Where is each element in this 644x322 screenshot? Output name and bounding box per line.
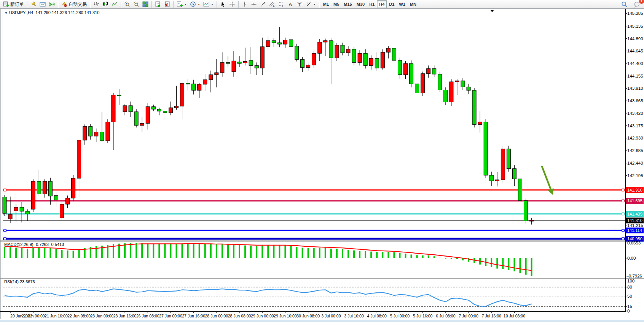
macd-bar [244, 246, 246, 258]
macd-bar [353, 251, 355, 258]
macd-bar [451, 258, 452, 259]
macd-bar [55, 249, 57, 258]
macd-bar [376, 252, 378, 258]
macd-label: MACD(12,26,9) -0.7263 -0.5413 [4, 242, 64, 247]
macd-bar [67, 251, 69, 258]
hline-handle[interactable] [622, 229, 624, 232]
hline-handle[interactable] [622, 213, 624, 215]
macd-bar [342, 249, 343, 258]
candle [421, 71, 425, 96]
hline-handle[interactable] [622, 189, 624, 191]
macd-bar [21, 248, 22, 258]
price-tick-label: 143.175 [627, 124, 643, 128]
hline-handle[interactable] [4, 189, 6, 191]
price-tick-label: 143.910 [627, 86, 643, 90]
macd-bar [216, 244, 217, 258]
price-tick-label: 143.420 [627, 111, 643, 116]
macd-bar [496, 258, 498, 268]
rsi-tick-label: 50 [627, 294, 632, 298]
price-tick-label: 144.400 [627, 61, 643, 66]
time-tick-label: 3 Jul 00:00 [321, 314, 341, 318]
candle [507, 146, 510, 171]
macd-bar [422, 255, 424, 258]
macd-bar [348, 250, 349, 258]
price-tick-label: 142.930 [627, 136, 643, 140]
price-tick-label: 144.155 [627, 74, 643, 78]
macd-bar [434, 256, 435, 258]
macd-bar [387, 252, 389, 258]
macd-bar [261, 246, 263, 258]
time-tick-label: 5 Jul 16:00 [413, 314, 433, 318]
hline-price-text: 141.114 [627, 228, 642, 233]
rsi-tick-label: 0 [627, 309, 630, 313]
macd-bar [336, 249, 338, 258]
macd-bar [38, 247, 40, 258]
hline-price-text: 141.910 [627, 188, 642, 192]
macd-bar [182, 244, 183, 258]
macd-bar [296, 247, 298, 258]
chart-expand-icon[interactable]: ▼ [5, 11, 8, 15]
macd-bar [502, 258, 504, 269]
candle [450, 79, 453, 106]
time-tick-label: 22 Jun 08:00 [67, 314, 91, 318]
macd-bar [302, 248, 303, 258]
time-tick-label: 27 Jun 16:00 [182, 314, 205, 318]
price-tick-label: 144.890 [627, 36, 643, 41]
macd-bar [525, 258, 527, 275]
candle [3, 195, 6, 216]
macd-bar [158, 244, 160, 258]
macd-bar [233, 244, 234, 258]
chart-canvas: 145.385145.135144.890144.645144.400144.1… [0, 0, 644, 322]
time-tick-label: 21 Jun 16:00 [45, 314, 68, 318]
time-tick-label: 30 Jun 08:00 [296, 314, 320, 318]
hline-handle[interactable] [622, 238, 624, 240]
price-tick-label: 145.385 [627, 11, 643, 16]
candle [295, 44, 299, 62]
macd-tick-label: 0.6653 [627, 241, 641, 245]
candle [524, 198, 528, 223]
macd-bar [416, 255, 418, 258]
rsi-tick-label: 15 [627, 304, 632, 309]
macd-bar [313, 248, 315, 258]
macd-bar [279, 245, 280, 258]
time-tick-label: 5 Jul 00:00 [390, 314, 410, 318]
rsi-tick-label: 80 [627, 285, 632, 289]
time-tick-label: 7 Jul 16:00 [482, 314, 502, 318]
hline-price-text: 141.439 [627, 212, 642, 216]
macd-bar [164, 244, 166, 258]
macd-bar [49, 248, 51, 258]
macd-bar [204, 244, 206, 258]
macd-bar [284, 245, 286, 258]
hline-handle[interactable] [4, 238, 6, 240]
candle [31, 179, 35, 212]
macd-bar [445, 258, 446, 259]
macd-bar [365, 251, 366, 258]
macd-bar [135, 243, 137, 258]
chart-ohlc-readout: 141.290 141.326 141.280 141.310 [35, 10, 99, 15]
macd-bar [61, 250, 63, 259]
macd-bar [73, 251, 74, 258]
macd-bar [15, 248, 17, 258]
time-tick-label: 23 Jun 00:00 [90, 314, 113, 318]
macd-bar [325, 247, 326, 258]
candle [501, 146, 505, 184]
macd-bar [210, 244, 212, 258]
candle [410, 60, 413, 87]
time-tick-label: 27 Jun 00:00 [159, 314, 182, 318]
macd-bar [4, 247, 5, 258]
macd-bar [176, 244, 177, 258]
price-tick-label: 142.685 [627, 148, 643, 153]
macd-bar [491, 258, 492, 267]
macd-tick-label: -0.7926 [627, 274, 642, 278]
price-tick-label: 145.135 [627, 24, 643, 29]
time-tick-label: 3 Jul 16:00 [344, 314, 364, 318]
macd-bar [513, 258, 515, 271]
macd-bar [187, 243, 189, 258]
hline-handle[interactable] [622, 200, 624, 202]
macd-bar [531, 258, 532, 276]
macd-bar [405, 254, 406, 258]
hline-handle[interactable] [4, 229, 6, 232]
time-tick-label: 6 Jul 08:00 [436, 314, 456, 318]
macd-bar [199, 244, 200, 258]
macd-bar [393, 252, 395, 258]
